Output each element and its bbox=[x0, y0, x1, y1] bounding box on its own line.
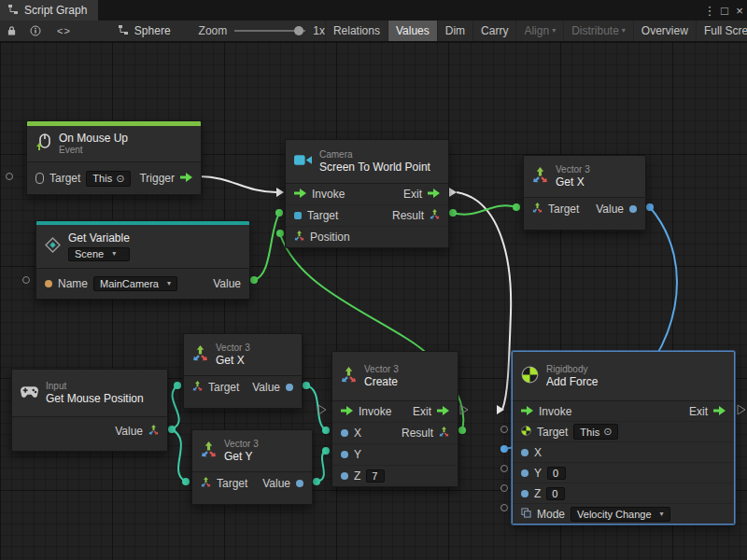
window-tab-bar: Script Graph ⋮ □ × bbox=[0, 0, 747, 21]
vector3-port-icon bbox=[532, 203, 543, 216]
node-screen-to-world-point[interactable]: Camera Screen To World Point Invoke Exit… bbox=[285, 139, 449, 248]
variable-name-dropdown[interactable]: MainCamera ▾ bbox=[93, 276, 177, 291]
node-header: Vector 3 Get X bbox=[184, 334, 302, 375]
z-port-label: Z bbox=[354, 469, 360, 483]
vector3-port-icon bbox=[201, 477, 211, 490]
stwp-result-port[interactable] bbox=[449, 209, 457, 217]
wire-mouse-to-getx bbox=[172, 385, 179, 429]
addforce-z-port[interactable] bbox=[501, 485, 508, 492]
y-port-label: Y bbox=[354, 448, 361, 461]
flow-arrow-exit-port[interactable] bbox=[449, 188, 457, 197]
this-chip[interactable]: This ⊙ bbox=[86, 171, 131, 187]
float-port-icon bbox=[341, 472, 348, 480]
getx-top-value-port[interactable] bbox=[646, 203, 654, 211]
target-port-label: Target bbox=[217, 477, 247, 490]
vector3-port-icon bbox=[439, 427, 449, 440]
onmouseup-target-port[interactable] bbox=[7, 174, 13, 180]
addforce-x-port[interactable] bbox=[500, 445, 508, 453]
create-x-port[interactable] bbox=[322, 427, 330, 434]
z-value-field[interactable]: 0 bbox=[546, 487, 565, 500]
getx-top-target-port[interactable] bbox=[513, 203, 520, 211]
fullscreen-button[interactable]: Full Screen bbox=[696, 21, 747, 41]
maximize-icon[interactable]: □ bbox=[717, 4, 732, 18]
flow-arrow-invoke-port[interactable] bbox=[276, 188, 284, 197]
addforce-mode-port[interactable] bbox=[501, 505, 508, 511]
toolbar-buttons: Relations Values Dim Carry Align▾ Distri… bbox=[325, 21, 747, 41]
node-get-x-top[interactable]: Vector 3 Get X Target Value bbox=[523, 155, 646, 231]
stwp-position-port[interactable] bbox=[276, 230, 284, 237]
node-title: Get X bbox=[216, 354, 250, 367]
getx-mid-target-port[interactable] bbox=[174, 382, 181, 389]
zoom-slider[interactable] bbox=[234, 30, 305, 32]
port-row: Z 0 bbox=[513, 483, 734, 503]
tab-script-graph[interactable]: Script Graph bbox=[0, 0, 98, 21]
gamepad-icon bbox=[21, 385, 38, 400]
create-result-port[interactable] bbox=[458, 427, 466, 434]
values-button[interactable]: Values bbox=[388, 21, 437, 41]
gety-target-port[interactable] bbox=[182, 478, 190, 485]
carry-button[interactable]: Carry bbox=[472, 21, 515, 41]
script-graph-icon bbox=[7, 4, 19, 18]
lock-icon[interactable] bbox=[0, 21, 23, 41]
flow-out-icon bbox=[437, 405, 449, 418]
chevron-down-icon: ▾ bbox=[660, 511, 664, 518]
node-header: Vector 3 Get X bbox=[524, 156, 645, 197]
this-chip[interactable]: This ⊙ bbox=[573, 424, 618, 440]
graph-canvas[interactable]: On Mouse Up Event Target This ⊙ Trigger bbox=[0, 42, 747, 560]
zoom-slider-handle[interactable] bbox=[294, 26, 303, 35]
breadcrumb[interactable]: Sphere bbox=[118, 24, 171, 38]
port-row: Target This ⊙ Trigger bbox=[27, 162, 201, 194]
node-category: Rigidbody bbox=[546, 364, 598, 375]
dim-button[interactable]: Dim bbox=[437, 21, 472, 41]
rigidbody-port-icon bbox=[521, 426, 531, 439]
flow-out-icon bbox=[713, 405, 726, 418]
force-mode-dropdown[interactable]: Velocity Change ▾ bbox=[571, 507, 670, 522]
node-on-mouse-up[interactable]: On Mouse Up Event Target This ⊙ Trigger bbox=[26, 120, 202, 195]
create-y-port[interactable] bbox=[322, 447, 330, 455]
node-header: On Mouse Up Event bbox=[27, 126, 201, 161]
gety-value-port[interactable] bbox=[313, 478, 320, 485]
chevron-down-icon: ▾ bbox=[112, 250, 116, 258]
getx-mid-value-port[interactable] bbox=[303, 382, 310, 389]
addforce-y-port[interactable] bbox=[501, 466, 508, 472]
align-button[interactable]: Align▾ bbox=[515, 21, 563, 41]
x-port-label: X bbox=[354, 427, 361, 440]
node-header: Rigidbody Add Force bbox=[513, 352, 734, 400]
node-get-variable[interactable]: Get Variable Scene ▾ Name MainCamera ▾ V… bbox=[35, 220, 250, 300]
node-get-x-mid[interactable]: Vector 3 Get X Target Value bbox=[183, 333, 303, 409]
node-get-y[interactable]: Vector 3 Get Y Target Value bbox=[191, 429, 313, 505]
getvariable-value-port[interactable] bbox=[250, 276, 258, 284]
stwp-target-port[interactable] bbox=[275, 209, 283, 217]
node-category: Vector 3 bbox=[224, 439, 259, 450]
graph-breadcrumb-icon bbox=[118, 24, 129, 38]
node-footer bbox=[524, 220, 645, 230]
y-value-field[interactable]: 0 bbox=[547, 467, 566, 480]
create-invoke-port[interactable] bbox=[318, 405, 326, 414]
invoke-port-label: Invoke bbox=[359, 405, 391, 418]
float-port-icon bbox=[296, 480, 303, 487]
name-port-icon bbox=[45, 280, 52, 287]
flow-in-icon bbox=[521, 405, 533, 418]
variable-scope-dropdown[interactable]: Scene ▾ bbox=[68, 247, 130, 261]
relations-button[interactable]: Relations bbox=[325, 21, 388, 41]
node-get-mouse-position[interactable]: Input Get Mouse Position Value bbox=[11, 369, 168, 452]
getvariable-name-port[interactable] bbox=[23, 277, 30, 284]
flow-in-icon bbox=[294, 188, 306, 201]
node-create-vector3[interactable]: Vector 3 Create Invoke Exit X Result bbox=[331, 351, 458, 487]
kebab-menu-icon[interactable]: ⋮ bbox=[702, 4, 717, 18]
close-icon[interactable]: × bbox=[732, 4, 747, 18]
distribute-button[interactable]: Distribute▾ bbox=[563, 21, 633, 41]
addforce-exit-port[interactable] bbox=[738, 405, 745, 414]
z-value-field[interactable]: 7 bbox=[366, 469, 385, 483]
overview-button[interactable]: Overview bbox=[633, 21, 696, 41]
node-add-force[interactable]: Rigidbody Add Force Invoke Exit Target T… bbox=[512, 351, 735, 525]
getmouseposition-value-port[interactable] bbox=[168, 426, 176, 433]
result-port-label: Result bbox=[392, 209, 424, 222]
code-view-button[interactable]: <> bbox=[48, 25, 80, 36]
info-icon[interactable] bbox=[23, 21, 48, 41]
value-port-label: Value bbox=[596, 203, 624, 216]
value-port-label: Value bbox=[115, 425, 143, 438]
addforce-target-port[interactable] bbox=[501, 427, 508, 433]
exit-port-label: Exit bbox=[403, 188, 422, 201]
vector3-icon bbox=[201, 441, 217, 460]
